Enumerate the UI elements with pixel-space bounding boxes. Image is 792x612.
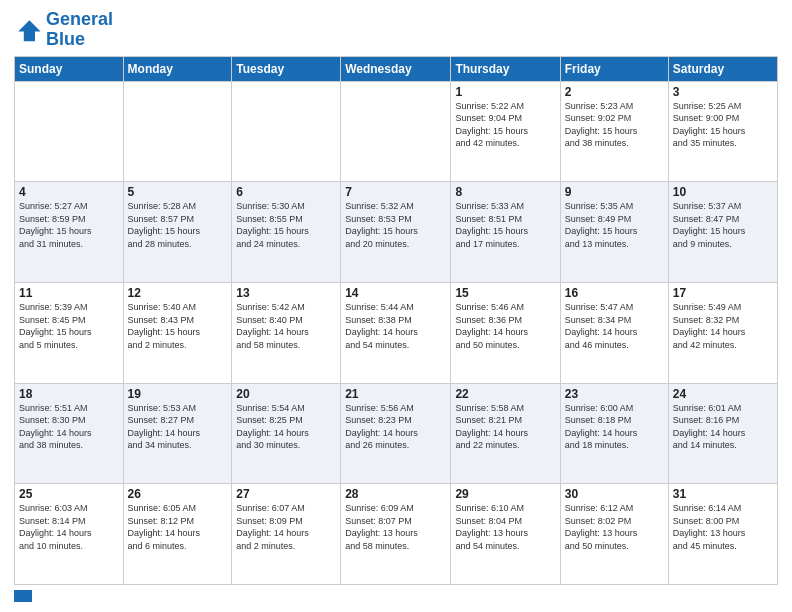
day-number: 5 <box>128 185 228 199</box>
calendar-cell: 2Sunrise: 5:23 AM Sunset: 9:02 PM Daylig… <box>560 81 668 182</box>
day-info: Sunrise: 5:56 AM Sunset: 8:23 PM Dayligh… <box>345 402 446 452</box>
day-info: Sunrise: 5:25 AM Sunset: 9:00 PM Dayligh… <box>673 100 773 150</box>
calendar-cell <box>15 81 124 182</box>
calendar-week-row: 1Sunrise: 5:22 AM Sunset: 9:04 PM Daylig… <box>15 81 778 182</box>
weekday-header: Tuesday <box>232 56 341 81</box>
calendar-cell: 11Sunrise: 5:39 AM Sunset: 8:45 PM Dayli… <box>15 282 124 383</box>
header: General Blue <box>14 10 778 50</box>
day-number: 22 <box>455 387 555 401</box>
day-info: Sunrise: 5:58 AM Sunset: 8:21 PM Dayligh… <box>455 402 555 452</box>
calendar-cell: 31Sunrise: 6:14 AM Sunset: 8:00 PM Dayli… <box>668 484 777 585</box>
day-number: 11 <box>19 286 119 300</box>
calendar-cell: 12Sunrise: 5:40 AM Sunset: 8:43 PM Dayli… <box>123 282 232 383</box>
day-number: 8 <box>455 185 555 199</box>
day-number: 18 <box>19 387 119 401</box>
calendar-cell: 17Sunrise: 5:49 AM Sunset: 8:32 PM Dayli… <box>668 282 777 383</box>
day-number: 12 <box>128 286 228 300</box>
day-number: 30 <box>565 487 664 501</box>
day-info: Sunrise: 6:07 AM Sunset: 8:09 PM Dayligh… <box>236 502 336 552</box>
calendar-cell: 19Sunrise: 5:53 AM Sunset: 8:27 PM Dayli… <box>123 383 232 484</box>
calendar-cell <box>341 81 451 182</box>
calendar-cell: 25Sunrise: 6:03 AM Sunset: 8:14 PM Dayli… <box>15 484 124 585</box>
day-info: Sunrise: 6:01 AM Sunset: 8:16 PM Dayligh… <box>673 402 773 452</box>
calendar-cell: 29Sunrise: 6:10 AM Sunset: 8:04 PM Dayli… <box>451 484 560 585</box>
day-info: Sunrise: 6:10 AM Sunset: 8:04 PM Dayligh… <box>455 502 555 552</box>
day-number: 31 <box>673 487 773 501</box>
day-info: Sunrise: 5:22 AM Sunset: 9:04 PM Dayligh… <box>455 100 555 150</box>
calendar-cell: 16Sunrise: 5:47 AM Sunset: 8:34 PM Dayli… <box>560 282 668 383</box>
day-number: 27 <box>236 487 336 501</box>
calendar-cell <box>232 81 341 182</box>
calendar-cell: 22Sunrise: 5:58 AM Sunset: 8:21 PM Dayli… <box>451 383 560 484</box>
day-number: 14 <box>345 286 446 300</box>
day-number: 13 <box>236 286 336 300</box>
calendar-cell: 15Sunrise: 5:46 AM Sunset: 8:36 PM Dayli… <box>451 282 560 383</box>
weekday-header: Sunday <box>15 56 124 81</box>
svg-marker-0 <box>18 20 40 41</box>
day-info: Sunrise: 5:27 AM Sunset: 8:59 PM Dayligh… <box>19 200 119 250</box>
day-number: 21 <box>345 387 446 401</box>
day-info: Sunrise: 6:05 AM Sunset: 8:12 PM Dayligh… <box>128 502 228 552</box>
calendar-cell: 20Sunrise: 5:54 AM Sunset: 8:25 PM Dayli… <box>232 383 341 484</box>
day-number: 23 <box>565 387 664 401</box>
calendar-week-row: 18Sunrise: 5:51 AM Sunset: 8:30 PM Dayli… <box>15 383 778 484</box>
calendar-cell: 26Sunrise: 6:05 AM Sunset: 8:12 PM Dayli… <box>123 484 232 585</box>
day-number: 7 <box>345 185 446 199</box>
day-info: Sunrise: 5:42 AM Sunset: 8:40 PM Dayligh… <box>236 301 336 351</box>
day-number: 15 <box>455 286 555 300</box>
calendar-cell: 21Sunrise: 5:56 AM Sunset: 8:23 PM Dayli… <box>341 383 451 484</box>
calendar-cell: 18Sunrise: 5:51 AM Sunset: 8:30 PM Dayli… <box>15 383 124 484</box>
day-info: Sunrise: 5:23 AM Sunset: 9:02 PM Dayligh… <box>565 100 664 150</box>
day-info: Sunrise: 5:51 AM Sunset: 8:30 PM Dayligh… <box>19 402 119 452</box>
calendar-cell: 8Sunrise: 5:33 AM Sunset: 8:51 PM Daylig… <box>451 182 560 283</box>
day-number: 24 <box>673 387 773 401</box>
day-info: Sunrise: 5:28 AM Sunset: 8:57 PM Dayligh… <box>128 200 228 250</box>
calendar-cell: 13Sunrise: 5:42 AM Sunset: 8:40 PM Dayli… <box>232 282 341 383</box>
day-number: 17 <box>673 286 773 300</box>
logo-icon <box>14 16 42 44</box>
day-info: Sunrise: 6:00 AM Sunset: 8:18 PM Dayligh… <box>565 402 664 452</box>
calendar-cell: 5Sunrise: 5:28 AM Sunset: 8:57 PM Daylig… <box>123 182 232 283</box>
day-number: 6 <box>236 185 336 199</box>
day-number: 3 <box>673 85 773 99</box>
day-number: 19 <box>128 387 228 401</box>
calendar-cell: 23Sunrise: 6:00 AM Sunset: 8:18 PM Dayli… <box>560 383 668 484</box>
day-number: 20 <box>236 387 336 401</box>
day-number: 29 <box>455 487 555 501</box>
calendar-cell: 10Sunrise: 5:37 AM Sunset: 8:47 PM Dayli… <box>668 182 777 283</box>
weekday-header: Wednesday <box>341 56 451 81</box>
calendar-cell: 24Sunrise: 6:01 AM Sunset: 8:16 PM Dayli… <box>668 383 777 484</box>
weekday-header: Monday <box>123 56 232 81</box>
day-number: 10 <box>673 185 773 199</box>
calendar-cell: 1Sunrise: 5:22 AM Sunset: 9:04 PM Daylig… <box>451 81 560 182</box>
footer <box>14 590 778 602</box>
day-info: Sunrise: 6:12 AM Sunset: 8:02 PM Dayligh… <box>565 502 664 552</box>
day-info: Sunrise: 5:32 AM Sunset: 8:53 PM Dayligh… <box>345 200 446 250</box>
day-number: 16 <box>565 286 664 300</box>
day-info: Sunrise: 6:09 AM Sunset: 8:07 PM Dayligh… <box>345 502 446 552</box>
page: General Blue SundayMondayTuesdayWednesda… <box>0 0 792 612</box>
calendar-cell: 9Sunrise: 5:35 AM Sunset: 8:49 PM Daylig… <box>560 182 668 283</box>
weekday-header: Friday <box>560 56 668 81</box>
calendar-week-row: 4Sunrise: 5:27 AM Sunset: 8:59 PM Daylig… <box>15 182 778 283</box>
day-number: 1 <box>455 85 555 99</box>
day-info: Sunrise: 5:39 AM Sunset: 8:45 PM Dayligh… <box>19 301 119 351</box>
day-info: Sunrise: 6:03 AM Sunset: 8:14 PM Dayligh… <box>19 502 119 552</box>
day-info: Sunrise: 5:40 AM Sunset: 8:43 PM Dayligh… <box>128 301 228 351</box>
day-number: 26 <box>128 487 228 501</box>
logo-text: General Blue <box>46 10 113 50</box>
calendar-cell <box>123 81 232 182</box>
day-info: Sunrise: 5:44 AM Sunset: 8:38 PM Dayligh… <box>345 301 446 351</box>
day-number: 25 <box>19 487 119 501</box>
day-info: Sunrise: 5:47 AM Sunset: 8:34 PM Dayligh… <box>565 301 664 351</box>
day-info: Sunrise: 5:33 AM Sunset: 8:51 PM Dayligh… <box>455 200 555 250</box>
day-info: Sunrise: 5:30 AM Sunset: 8:55 PM Dayligh… <box>236 200 336 250</box>
day-info: Sunrise: 5:49 AM Sunset: 8:32 PM Dayligh… <box>673 301 773 351</box>
day-info: Sunrise: 5:35 AM Sunset: 8:49 PM Dayligh… <box>565 200 664 250</box>
calendar-cell: 30Sunrise: 6:12 AM Sunset: 8:02 PM Dayli… <box>560 484 668 585</box>
daylight-color-box <box>14 590 32 602</box>
weekday-header: Saturday <box>668 56 777 81</box>
weekday-header: Thursday <box>451 56 560 81</box>
calendar-week-row: 11Sunrise: 5:39 AM Sunset: 8:45 PM Dayli… <box>15 282 778 383</box>
calendar-cell: 27Sunrise: 6:07 AM Sunset: 8:09 PM Dayli… <box>232 484 341 585</box>
